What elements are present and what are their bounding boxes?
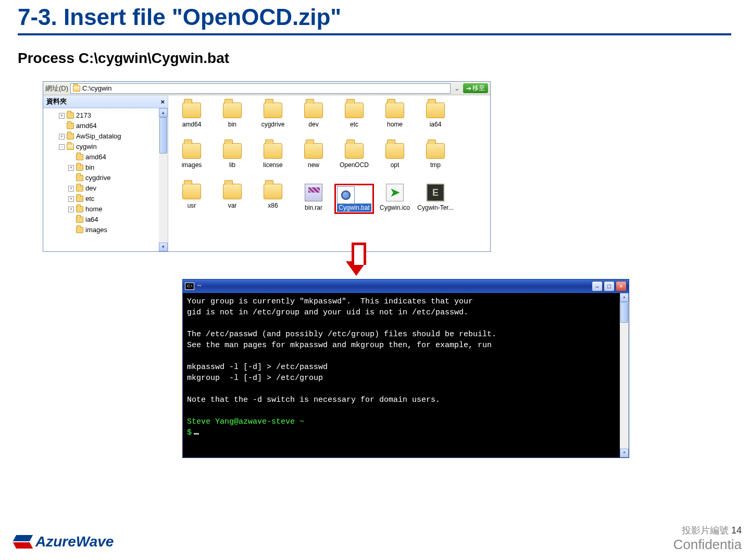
file-label: usr — [186, 201, 198, 210]
file-item-folder[interactable]: cygdrive — [253, 103, 293, 129]
expand-icon[interactable]: + — [59, 113, 65, 119]
address-bar: 網址(D) C:\cygwin ⌄ ➔ 移至 — [43, 82, 490, 95]
tree-item[interactable]: +AwSip_datalog — [44, 131, 158, 142]
folder-icon — [76, 164, 83, 171]
console-scrollbar[interactable]: ▴ ▾ — [620, 293, 629, 457]
brand-name: AzureWave — [35, 533, 114, 550]
tree-label: cygdrive — [85, 173, 110, 183]
tree-item[interactable]: +dev — [44, 183, 158, 194]
folder-icon — [223, 103, 242, 118]
tree-item[interactable]: +etc — [44, 194, 158, 204]
folder-icon — [426, 143, 445, 159]
file-item-folder[interactable]: usr — [171, 184, 212, 214]
go-button[interactable]: ➔ 移至 — [463, 83, 488, 93]
console-prompt-user: Steve Yang@azwave-steve ~ — [187, 417, 304, 426]
file-item-ico[interactable]: ➤Cygwin.ico — [374, 184, 415, 214]
tree-item[interactable]: +bin — [44, 162, 158, 173]
scroll-track[interactable] — [620, 302, 629, 449]
scroll-track[interactable] — [159, 117, 168, 243]
file-item-folder[interactable]: bin — [212, 103, 253, 129]
folder-icon — [264, 103, 282, 118]
expand-icon — [68, 155, 74, 160]
scroll-up-icon[interactable]: ▴ — [620, 293, 629, 302]
minimize-button[interactable]: – — [592, 281, 603, 291]
expand-icon[interactable]: + — [68, 186, 74, 192]
file-item-folder[interactable]: opt — [374, 143, 415, 169]
tree-item[interactable]: -cygwin — [44, 142, 158, 152]
expand-icon[interactable]: + — [68, 196, 74, 202]
collapse-icon[interactable]: - — [59, 144, 65, 150]
console-output: Your group is currently "mkpasswd". This… — [183, 293, 620, 457]
tree-item[interactable]: ia64 — [44, 214, 158, 225]
gear-icon — [341, 190, 351, 200]
cygwin-terminal-window: C:\ ~ – □ × Your group is currently "mkp… — [182, 279, 629, 458]
file-item-folder[interactable]: license — [253, 143, 293, 169]
folder-icon — [345, 143, 364, 159]
file-item-terminal[interactable]: ECygwin-Ter... — [415, 184, 456, 214]
scroll-thumb[interactable] — [159, 117, 167, 154]
tree-item[interactable]: +2173 — [44, 110, 158, 121]
tree-item[interactable]: +home — [44, 204, 158, 214]
file-item-folder[interactable]: lib — [212, 143, 253, 169]
console-line: Your group is currently "mkpasswd". This… — [187, 297, 473, 306]
tree-item[interactable]: images — [44, 225, 158, 235]
console-icon: C:\ — [185, 283, 194, 290]
scroll-thumb[interactable] — [620, 302, 628, 323]
file-item-folder[interactable]: new — [293, 143, 334, 169]
expand-icon — [68, 175, 74, 181]
tree-scrollbar[interactable]: ▴ ▾ — [159, 108, 168, 251]
scroll-up-icon[interactable]: ▴ — [159, 108, 168, 117]
file-item-cygwin-bat[interactable]: Cygwin.bat — [334, 184, 374, 214]
file-item-folder[interactable]: dev — [293, 103, 334, 129]
expand-icon[interactable]: + — [59, 134, 65, 139]
file-item-folder[interactable]: var — [212, 184, 253, 214]
expand-icon[interactable]: + — [68, 165, 74, 171]
folder-icon — [76, 175, 83, 181]
folder-icon — [223, 184, 242, 199]
file-item-folder[interactable]: tmp — [415, 143, 456, 169]
tree-item[interactable]: amd64 — [44, 152, 158, 162]
tree-label: amd64 — [85, 152, 106, 162]
file-item-folder[interactable]: OpenOCD — [334, 143, 374, 169]
folder-icon — [304, 143, 323, 159]
file-label: bin — [227, 120, 238, 129]
address-dropdown-icon[interactable]: ⌄ — [453, 84, 461, 92]
folder-icon — [182, 143, 201, 159]
console-prompt-symbol: $ — [187, 428, 192, 437]
console-line: mkpasswd -l [-d] > /etc/passwd — [187, 363, 328, 372]
expand-icon[interactable]: + — [68, 207, 74, 212]
expand-icon — [68, 227, 74, 233]
slide-number: 14 — [731, 525, 742, 536]
file-item-rar[interactable]: bin.rar — [293, 184, 334, 214]
tree-close-icon[interactable]: × — [160, 98, 165, 106]
scroll-down-icon[interactable]: ▾ — [159, 243, 168, 251]
tree-label: dev — [85, 183, 96, 194]
file-label: tmp — [429, 161, 442, 169]
tree-item[interactable]: cygdrive — [44, 173, 158, 183]
go-arrow-icon: ➔ — [466, 85, 471, 92]
file-item-folder[interactable]: images — [171, 143, 212, 169]
explorer-window: 網址(D) C:\cygwin ⌄ ➔ 移至 資料夾 × +2173 amd64… — [43, 81, 491, 252]
file-item-folder[interactable]: etc — [334, 103, 374, 129]
file-label: x86 — [266, 201, 279, 210]
file-item-folder[interactable]: amd64 — [171, 103, 212, 129]
file-item-folder[interactable]: x86 — [253, 184, 293, 214]
maximize-button[interactable]: □ — [604, 281, 615, 291]
tree-label: bin — [85, 162, 94, 173]
folder-icon — [67, 123, 74, 129]
tree-item[interactable]: amd64 — [44, 121, 158, 131]
file-item-folder[interactable]: home — [374, 103, 415, 129]
address-field[interactable]: C:\cygwin — [70, 83, 451, 94]
folder-icon — [385, 103, 404, 118]
file-label: new — [306, 161, 321, 169]
file-item-folder[interactable]: ia64 — [415, 103, 456, 129]
folder-icon — [182, 184, 201, 199]
folder-icon — [223, 143, 242, 159]
close-button[interactable]: × — [616, 281, 627, 291]
terminal-icon: E — [427, 184, 444, 201]
file-label: etc — [348, 120, 360, 129]
title-divider — [18, 33, 731, 35]
scroll-down-icon[interactable]: ▾ — [620, 449, 629, 457]
tree-label: cygwin — [76, 142, 97, 152]
batch-file-icon — [337, 186, 355, 204]
